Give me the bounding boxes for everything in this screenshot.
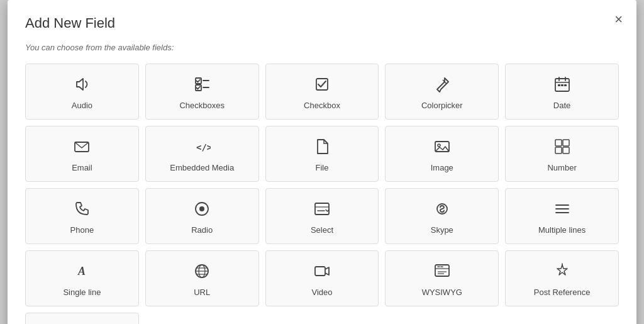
- image-icon: [433, 138, 451, 158]
- svg-rect-12: [564, 84, 567, 86]
- field-btn-embedded-media[interactable]: </>Embedded Media: [145, 126, 259, 182]
- audio-icon: [73, 75, 91, 96]
- post-reference-icon: [553, 262, 571, 282]
- field-type-grid: AudioCheckboxesCheckboxColorpickerDateEm…: [25, 64, 619, 324]
- field-btn-image[interactable]: Image: [385, 126, 499, 182]
- field-btn-email[interactable]: Email: [25, 126, 139, 182]
- field-btn-post-reference[interactable]: Post Reference: [505, 250, 619, 306]
- field-btn-url[interactable]: URL: [145, 250, 259, 306]
- field-btn-multiple-lines[interactable]: Multiple lines: [505, 188, 619, 244]
- radio-icon: [193, 200, 211, 220]
- skype-label: Skype: [431, 225, 453, 235]
- field-btn-checkbox[interactable]: Checkbox: [265, 64, 379, 120]
- colorpicker-label: Colorpicker: [421, 101, 463, 110]
- close-button[interactable]: ×: [614, 13, 623, 26]
- checkbox-icon: [313, 75, 331, 96]
- number-icon: [553, 138, 571, 158]
- svg-rect-10: [558, 84, 560, 86]
- svg-rect-20: [563, 147, 569, 154]
- svg-text:A: A: [77, 265, 86, 277]
- select-label: Select: [311, 225, 333, 235]
- svg-rect-17: [555, 140, 562, 146]
- checkboxes-label: Checkboxes: [179, 101, 225, 110]
- single-line-icon: A: [73, 262, 91, 282]
- post-reference-label: Post Reference: [534, 288, 591, 297]
- url-icon: [193, 262, 211, 282]
- svg-rect-23: [315, 203, 329, 215]
- video-icon: [313, 262, 331, 282]
- svg-rect-19: [555, 147, 562, 154]
- svg-rect-18: [563, 140, 569, 146]
- phone-label: Phone: [70, 225, 94, 235]
- file-label: File: [316, 163, 329, 172]
- video-label: Video: [311, 288, 332, 297]
- embedded-media-label: Embedded Media: [170, 163, 234, 172]
- svg-point-16: [438, 144, 440, 147]
- field-btn-number[interactable]: Number: [505, 126, 619, 182]
- embedded-media-icon: </>: [193, 138, 211, 158]
- svg-rect-35: [315, 267, 325, 276]
- field-btn-wysiwyg[interactable]: WYSIWYG: [385, 250, 499, 306]
- single-line-label: Single line: [63, 288, 101, 297]
- field-btn-skype[interactable]: Skype: [385, 188, 499, 244]
- field-btn-single-line[interactable]: ASingle line: [25, 250, 139, 306]
- audio-label: Audio: [72, 101, 92, 110]
- field-btn-phone[interactable]: Phone: [25, 188, 139, 244]
- svg-text:</>: </>: [196, 142, 211, 152]
- radio-label: Radio: [191, 225, 213, 235]
- email-label: Email: [72, 163, 92, 172]
- url-label: URL: [194, 288, 210, 297]
- field-btn-radio[interactable]: Radio: [145, 188, 259, 244]
- field-btn-audio[interactable]: Audio: [25, 64, 139, 120]
- field-btn-video[interactable]: Video: [265, 250, 379, 306]
- colorpicker-icon: [433, 75, 451, 96]
- svg-point-22: [199, 206, 204, 211]
- skype-icon: [433, 200, 451, 220]
- wysiwyg-label: WYSIWYG: [422, 288, 462, 297]
- svg-rect-11: [561, 84, 564, 86]
- field-btn-select[interactable]: Select: [265, 188, 379, 244]
- field-btn-colorpicker[interactable]: Colorpicker: [385, 64, 499, 120]
- date-icon: [553, 75, 571, 96]
- wysiwyg-icon: [433, 262, 451, 282]
- field-btn-date[interactable]: Date: [505, 64, 619, 120]
- dialog-title: Add New Field: [25, 15, 619, 31]
- phone-icon: [73, 200, 91, 220]
- add-new-field-dialog: Add New Field × You can choose from the …: [8, 0, 636, 324]
- checkbox-label: Checkbox: [304, 101, 340, 110]
- select-icon: [313, 200, 331, 220]
- field-btn-checkboxes[interactable]: Checkboxes: [145, 64, 259, 120]
- field-btn-address[interactable]: Address: [25, 313, 139, 324]
- number-label: Number: [547, 163, 576, 172]
- date-label: Date: [553, 101, 570, 110]
- image-label: Image: [431, 163, 453, 172]
- field-btn-file[interactable]: File: [265, 126, 379, 182]
- email-icon: [73, 138, 91, 158]
- file-icon: [313, 138, 331, 158]
- dialog-description: You can choose from the available fields…: [25, 43, 619, 52]
- multiple-lines-icon: [553, 200, 571, 220]
- checkboxes-icon: [193, 75, 211, 96]
- multiple-lines-label: Multiple lines: [538, 225, 586, 235]
